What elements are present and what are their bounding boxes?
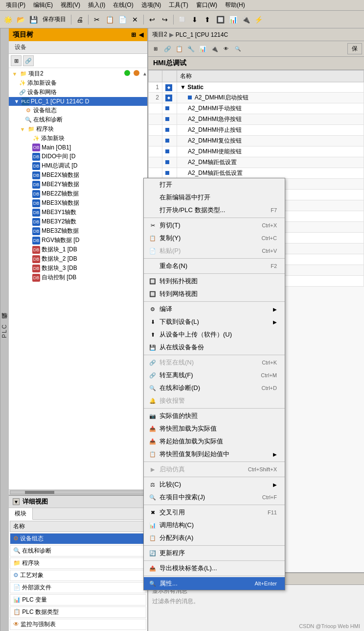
rt-btn1[interactable]: ⊞	[150, 44, 161, 54]
tree-horizontal-scrollbar[interactable]	[9, 489, 147, 495]
tb-btn7[interactable]: ⚡	[252, 14, 264, 25]
tb-open[interactable]: 📂	[15, 14, 26, 25]
tb-copy[interactable]: 📋	[104, 14, 115, 25]
table-row[interactable]: A2_DMHMI停止按钮	[149, 124, 364, 135]
rt-btn5[interactable]: 📊	[197, 44, 208, 54]
detail-row[interactable]: 📋 PLC 数据类型	[10, 607, 146, 618]
breadcrumb-item2[interactable]: PLC_1 [CPU 1214C	[176, 31, 228, 38]
ctx-download[interactable]: ⬇ 下载到设备(L) ▶	[144, 316, 285, 328]
tree-db2[interactable]: DB 数据块_2 [DB	[9, 254, 147, 264]
ctx-open[interactable]: 打开	[144, 178, 285, 191]
ctx-topology[interactable]: 🔲 转到拓扑视图	[144, 275, 285, 288]
tree-program-blocks[interactable]: ▼ 📁 程序块	[9, 124, 147, 134]
rt-btn6[interactable]: 🔌	[209, 44, 220, 54]
menu-view[interactable]: 视图(V)	[57, 0, 84, 10]
table-row[interactable]: A2_DM轴距低低设置	[149, 168, 364, 178]
ctx-go-online[interactable]: 🔗 转至在线(N) Ctrl+K	[144, 356, 285, 369]
rt-btn7[interactable]: 👁	[221, 44, 231, 54]
tb-btn4[interactable]: 🔲	[214, 14, 226, 25]
tree-add-device[interactable]: ✨ 添加新设备	[9, 78, 147, 88]
ctx-open-block[interactable]: 打开块/PLC 数据类型... F7	[144, 204, 285, 217]
tree-plc1[interactable]: ▼ PLC PLC_1 [CPU 1214C D	[9, 97, 147, 106]
breadcrumb-item1[interactable]: 项目2	[152, 30, 167, 39]
tb-btn5[interactable]: 📊	[227, 14, 239, 25]
ctx-compile[interactable]: ⚙ 编译 ▶	[144, 303, 285, 316]
ctx-properties[interactable]: 🔍 属性... Alt+Enter	[144, 577, 285, 590]
ctx-online-diag[interactable]: 🔍 在线和诊断(D) Ctrl+D	[144, 382, 285, 394]
ctx-update-prog[interactable]: 🔄 更新程序	[144, 547, 285, 559]
menu-tools[interactable]: 工具(T)	[165, 0, 192, 10]
tree-tb-link[interactable]: 🔗	[23, 55, 34, 66]
ctx-start-sim[interactable]: ▶ 启动仿真 Ctrl+Shift+X	[144, 463, 285, 476]
tree-mbe3x[interactable]: DB MBE3X轴数据	[9, 198, 147, 208]
table-row[interactable]: A2_DM轴距低设置	[149, 157, 364, 168]
panel-icon-arrow[interactable]: ◀	[139, 31, 143, 38]
table-row[interactable]: A2_DMHMI复位按钮	[149, 135, 364, 146]
tree-mbe3y1[interactable]: DB MBE3Y1轴数	[9, 208, 147, 217]
ctx-copy[interactable]: 📋 复制(Y) Ctrl+C	[144, 232, 285, 244]
tree-hmi-debug[interactable]: DB HMI总调试 [D	[9, 161, 147, 170]
ctx-load-snapshot[interactable]: 📥 将快照加载为实际值	[144, 422, 285, 435]
tb-btn3[interactable]: ⬆	[202, 14, 213, 25]
menu-insert[interactable]: 插入(I)	[84, 0, 109, 10]
menu-online[interactable]: 在线(O)	[109, 0, 137, 10]
ctx-assign-list[interactable]: 📋 分配列表(A)	[144, 532, 285, 544]
ctx-receive-alarm[interactable]: 🔔 接收报警	[144, 394, 285, 407]
menu-window[interactable]: 窗口(W)	[192, 0, 221, 10]
rt-btn3[interactable]: 📋	[174, 44, 184, 54]
menu-edit[interactable]: 编辑(E)	[29, 0, 57, 10]
tree-db3[interactable]: DB 数据块_3 [DB	[9, 264, 147, 273]
tb-undo[interactable]: ↩	[146, 14, 158, 25]
tb-star[interactable]: 🌟	[2, 14, 14, 25]
menu-options[interactable]: 选项(N)	[137, 0, 165, 10]
ctx-cut[interactable]: ✂ 剪切(T) Ctrl+X	[144, 219, 285, 232]
tree-dido[interactable]: DB DIDO中间 [D	[9, 152, 147, 161]
tree-device-config[interactable]: ⚙ 设备组态	[9, 106, 147, 115]
expand-arrow[interactable]: ▼	[180, 84, 186, 91]
tree-device-network[interactable]: 🔗 设备和网络	[9, 88, 147, 97]
tree-mbe3y2[interactable]: DB MBE3Y2轴数	[9, 217, 147, 226]
ctx-copy-snapshot[interactable]: 📋 将快照值复制到起始值中 ▶	[144, 448, 285, 461]
panel-icon-grid[interactable]: ⊞	[131, 31, 136, 38]
tree-mbe2x[interactable]: DB MBE2X轴数据	[9, 170, 147, 180]
rt-btn4[interactable]: 🔧	[185, 44, 196, 54]
ctx-cross-ref[interactable]: ✖ 交叉引用 F11	[144, 506, 285, 519]
table-row[interactable]: A2_DMHMI手动按钮	[149, 103, 364, 114]
ctx-network[interactable]: 🔲 转到网络视图	[144, 288, 285, 300]
tb-btn1[interactable]: ⬜	[176, 14, 188, 25]
tree-mbe2z[interactable]: DB MBE2Z轴数据	[9, 189, 147, 198]
scrollbar-thumb[interactable]	[25, 491, 54, 494]
detail-tab-module[interactable]: 模块	[9, 508, 33, 520]
tb-paste[interactable]: 📄	[116, 14, 128, 25]
tb-btn2[interactable]: ⬇	[189, 14, 201, 25]
menu-help[interactable]: 帮助(H)	[221, 0, 249, 10]
ctx-open-new-editor[interactable]: 在新编辑器中打开	[144, 191, 285, 204]
device-tab[interactable]: 设备	[9, 41, 147, 54]
tree-tb-grid[interactable]: ⊞	[11, 55, 22, 66]
tb-save-label[interactable]: 保存项目	[40, 14, 68, 25]
ctx-backup[interactable]: 💾 从在线设备备份	[144, 341, 285, 354]
tree-main-ob1[interactable]: OB Main [OB1]	[9, 143, 147, 152]
tb-btn6[interactable]: 🔌	[240, 14, 251, 25]
tree-db1[interactable]: DB 数据块_1 [DB	[9, 245, 147, 254]
detail-row[interactable]: 👁 监控与强制表	[10, 619, 146, 630]
table-row[interactable]: A2_DMHMI使能按钮	[149, 146, 364, 157]
detail-row[interactable]: 🔍 在线和诊断	[10, 545, 146, 557]
tree-add-block[interactable]: ✨ 添加新块	[9, 134, 147, 143]
ctx-export-tags[interactable]: 📤 导出模块标签条(L)...	[144, 562, 285, 575]
scroll-up-icon[interactable]: ▲	[142, 71, 147, 76]
tree-mbe3z[interactable]: DB MBE3Z轴数据	[9, 226, 147, 236]
scrollbar-track[interactable]	[10, 490, 146, 494]
detail-row[interactable]: ⚙ 设备组态	[10, 533, 146, 544]
tree-auto[interactable]: DB 自动控制 [DB	[9, 273, 147, 282]
detail-row[interactable]: 📄 外部源文件	[10, 582, 146, 593]
ctx-upload[interactable]: ⬆ 从设备中上传（软件）(U)	[144, 328, 285, 341]
detail-row[interactable]: 📊 PLC 变量	[10, 594, 146, 606]
tb-delete[interactable]: ✕	[129, 14, 141, 25]
ctx-paste[interactable]: 📄 粘贴(P) Ctrl+V	[144, 244, 285, 257]
tb-redo[interactable]: ↪	[159, 14, 171, 25]
rt-btn8[interactable]: 🔍	[232, 44, 243, 54]
rt-btn2[interactable]: 🔗	[162, 44, 173, 54]
table-row[interactable]: 2 ◆ A2_DMHMI启动按钮	[149, 92, 364, 103]
menu-project[interactable]: 项目(P)	[2, 0, 29, 10]
